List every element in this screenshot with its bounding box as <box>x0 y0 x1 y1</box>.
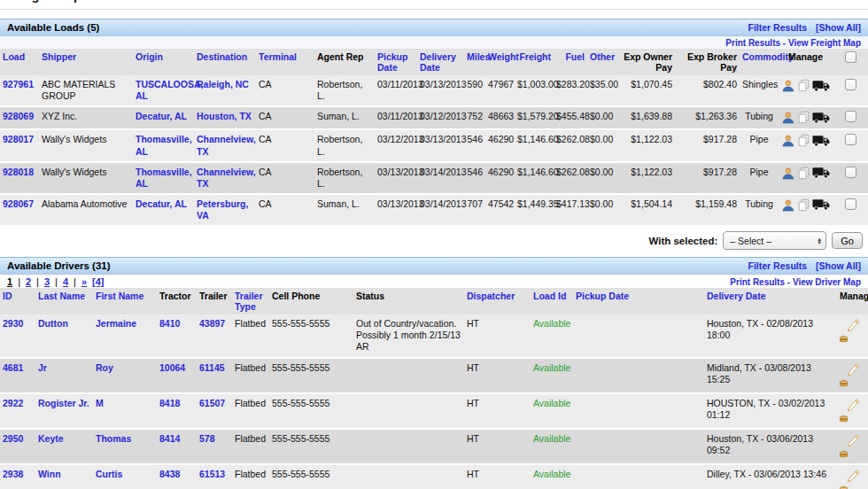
assign-driver-icon[interactable] <box>781 167 795 180</box>
copy-load-icon[interactable] <box>798 167 810 180</box>
destination-link[interactable]: Channelview, TX <box>197 167 256 189</box>
col-driver-delivery-date[interactable]: Delivery Date <box>704 288 837 314</box>
tractor-link[interactable]: 8414 <box>159 433 180 444</box>
origin-link[interactable]: Decatur, AL <box>136 198 187 209</box>
load-row-checkbox[interactable] <box>845 134 856 145</box>
edit-note-icon[interactable] <box>847 469 860 482</box>
copy-load-icon[interactable] <box>798 198 810 212</box>
page-2-link[interactable]: 2 <box>26 276 31 287</box>
col-terminal[interactable]: Terminal <box>256 49 314 75</box>
col-dispatcher[interactable]: Dispatcher <box>464 288 531 314</box>
driver-last-name-link[interactable]: Dutton <box>38 318 68 329</box>
edit-note-icon[interactable] <box>847 362 860 376</box>
driver-last-name-link[interactable]: Jr <box>38 362 47 373</box>
driver-first-name-link[interactable]: Thomas <box>96 433 131 444</box>
truck-icon[interactable] <box>812 135 830 147</box>
copy-load-icon[interactable] <box>798 111 810 124</box>
loads-print-results-link[interactable]: Print Results <box>725 38 780 48</box>
page-1-current[interactable]: 1 <box>7 276 12 287</box>
loads-filter-results-link[interactable]: Filter Results <box>748 22 808 33</box>
toolbox-icon[interactable] <box>840 413 848 424</box>
tractor-link[interactable]: 8418 <box>159 398 180 408</box>
driver-id-link[interactable]: 2922 <box>3 398 23 408</box>
view-freight-map-link[interactable]: View Freight Map <box>788 38 861 48</box>
destination-link[interactable]: Raleigh, NC <box>197 79 249 89</box>
col-first-name[interactable]: First Name <box>93 288 157 314</box>
toolbox-icon[interactable] <box>840 448 848 460</box>
assign-driver-icon[interactable] <box>781 198 795 212</box>
trailer-link[interactable]: 61507 <box>199 398 225 408</box>
trailer-link[interactable]: 43897 <box>199 318 225 329</box>
drivers-print-results-link[interactable]: Print Results <box>730 277 785 287</box>
drivers-filter-results-link[interactable]: Filter Results <box>748 260 808 271</box>
col-destination[interactable]: Destination <box>194 49 256 75</box>
toolbox-icon[interactable] <box>840 377 848 389</box>
origin-link[interactable]: Decatur, AL <box>136 111 187 121</box>
col-commodity[interactable]: Commodity <box>740 49 779 75</box>
select-all-loads-checkbox[interactable] <box>845 51 856 63</box>
trailer-link[interactable]: 61145 <box>199 362 225 373</box>
edit-note-icon[interactable] <box>847 433 860 446</box>
col-other[interactable]: Other <box>587 49 616 75</box>
col-freight[interactable]: Freight <box>515 49 554 75</box>
driver-first-name-link[interactable]: Jermaine <box>96 318 136 329</box>
truck-icon[interactable] <box>812 198 830 211</box>
next-page-link[interactable]: » <box>81 276 87 287</box>
col-load-id[interactable]: Load Id <box>531 288 573 314</box>
load-row-checkbox[interactable] <box>845 111 856 122</box>
col-shipper[interactable]: Shipper <box>39 49 133 75</box>
copy-load-icon[interactable] <box>798 134 810 147</box>
go-button[interactable]: Go <box>832 232 863 249</box>
last-page-link[interactable]: [4] <box>92 276 104 287</box>
origin-link[interactable]: TUSCALOOSA, AL <box>136 79 203 101</box>
truck-icon[interactable] <box>812 112 830 124</box>
load-number-link[interactable]: 927961 <box>3 79 34 89</box>
toolbox-icon[interactable] <box>840 484 848 489</box>
truck-icon[interactable] <box>812 80 830 92</box>
load-row-checkbox[interactable] <box>845 167 856 178</box>
driver-first-name-link[interactable]: M <box>96 398 104 408</box>
loads-show-all-link[interactable]: [Show All] <box>816 22 861 33</box>
col-miles[interactable]: Miles <box>464 49 485 75</box>
view-driver-map-link[interactable]: View Driver Map <box>793 277 861 287</box>
destination-link[interactable]: Channelview, TX <box>197 134 256 156</box>
load-number-link[interactable]: 928067 <box>3 198 34 209</box>
truck-icon[interactable] <box>812 167 830 179</box>
col-id[interactable]: ID <box>0 288 35 314</box>
toolbox-icon[interactable] <box>840 333 848 345</box>
trailer-link[interactable]: 61513 <box>199 469 225 479</box>
col-fuel[interactable]: Fuel <box>554 49 587 75</box>
driver-first-name-link[interactable]: Curtis <box>96 469 122 479</box>
page-4-link[interactable]: 4 <box>63 276 68 287</box>
col-origin[interactable]: Origin <box>133 49 194 75</box>
driver-id-link[interactable]: 2930 <box>3 318 23 329</box>
edit-note-icon[interactable] <box>847 318 860 331</box>
edit-note-icon[interactable] <box>847 398 860 411</box>
assign-driver-icon[interactable] <box>781 134 795 147</box>
load-row-checkbox[interactable] <box>845 79 856 90</box>
origin-link[interactable]: Thomasville, AL <box>136 134 192 156</box>
col-last-name[interactable]: Last Name <box>35 288 93 314</box>
driver-last-name-link[interactable]: Winn <box>38 469 61 479</box>
driver-last-name-link[interactable]: Rogister Jr. <box>38 398 89 408</box>
col-pickup-date[interactable]: Pickup Date <box>375 49 417 75</box>
driver-id-link[interactable]: 4681 <box>3 362 23 373</box>
with-selected-dropdown[interactable]: – Select – ▲▼ <box>723 231 826 250</box>
destination-link[interactable]: Petersburg, VA <box>197 198 248 221</box>
col-driver-pickup-date[interactable]: Pickup Date <box>573 288 704 314</box>
driver-last-name-link[interactable]: Keyte <box>38 433 64 444</box>
assign-driver-icon[interactable] <box>781 111 795 124</box>
tractor-link[interactable]: 8410 <box>159 318 180 329</box>
driver-id-link[interactable]: 2938 <box>3 469 23 479</box>
col-weight[interactable]: Weight <box>485 49 515 75</box>
load-number-link[interactable]: 928069 <box>3 111 34 121</box>
trailer-link[interactable]: 578 <box>199 433 215 444</box>
destination-link[interactable]: Houston, TX <box>197 111 252 121</box>
col-load[interactable]: Load <box>0 49 39 75</box>
tractor-link[interactable]: 10064 <box>159 362 185 373</box>
copy-load-icon[interactable] <box>798 79 810 92</box>
origin-link[interactable]: Thomasville, AL <box>136 167 192 189</box>
assign-driver-icon[interactable] <box>781 79 795 92</box>
load-number-link[interactable]: 928017 <box>3 134 34 144</box>
page-3-link[interactable]: 3 <box>44 276 50 287</box>
